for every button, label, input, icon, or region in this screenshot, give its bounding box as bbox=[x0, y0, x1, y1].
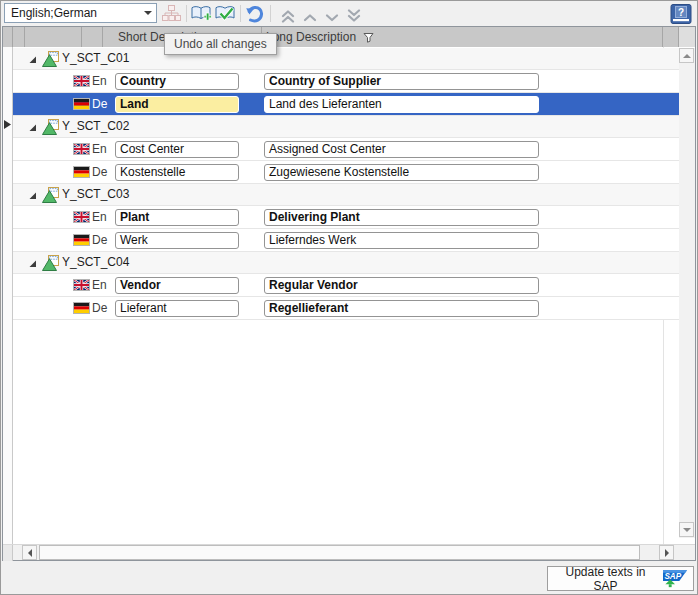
language-code: En bbox=[92, 274, 107, 296]
header-corner-cell bbox=[3, 27, 13, 47]
language-code: De bbox=[92, 161, 107, 183]
language-code: De bbox=[92, 297, 107, 319]
long-description-input[interactable]: Country of Supplier bbox=[264, 73, 539, 90]
long-description-input[interactable]: Land des Lieferanten bbox=[264, 96, 539, 113]
group-key-label: Y_SCT_C02 bbox=[62, 116, 129, 137]
group-row-y-sct-c02[interactable]: Y_SCT_C02 bbox=[13, 116, 679, 138]
translation-row-de[interactable]: De Lieferant Regellieferant bbox=[13, 297, 679, 320]
translation-row-en[interactable]: En Cost Center Assigned Cost Center bbox=[13, 138, 679, 161]
undo-all-button[interactable] bbox=[244, 4, 266, 23]
toolbar-separator bbox=[240, 5, 241, 22]
language-code: En bbox=[92, 138, 107, 160]
uk-flag-icon bbox=[74, 280, 89, 290]
long-description-input[interactable]: Regular Vendor bbox=[264, 277, 539, 294]
update-texts-label: Update texts in SAP bbox=[554, 565, 657, 593]
navigate-first-button[interactable] bbox=[277, 6, 299, 25]
triangle-up-icon bbox=[683, 54, 691, 58]
chevron-down-icon bbox=[325, 13, 339, 22]
long-description-input[interactable]: Zugewiesene Kostenstelle bbox=[264, 164, 539, 181]
hierarchy-button[interactable] bbox=[160, 4, 182, 23]
long-description-input[interactable]: Delivering Plant bbox=[264, 209, 539, 226]
group-row-y-sct-c04[interactable]: Y_SCT_C04 bbox=[13, 252, 679, 274]
expand-collapse-icon[interactable] bbox=[28, 191, 37, 200]
scroll-right-button[interactable] bbox=[659, 545, 674, 560]
germany-flag-icon bbox=[74, 235, 89, 245]
translation-row-de[interactable]: De Werk Lieferndes Werk bbox=[13, 229, 679, 252]
header-filler-cell bbox=[663, 27, 679, 47]
tooltip-text: Undo all changes bbox=[174, 37, 267, 51]
translation-row-de[interactable]: De Land Land des Lieferanten bbox=[13, 93, 679, 116]
long-description-input[interactable]: Lieferndes Werk bbox=[264, 232, 539, 249]
header-empty-cell bbox=[82, 27, 103, 47]
uk-flag-icon bbox=[74, 212, 89, 222]
horizontal-scroll-thumb[interactable] bbox=[39, 545, 640, 560]
language-code: En bbox=[92, 206, 107, 228]
update-texts-button[interactable]: Update texts in SAP SAP bbox=[547, 566, 694, 591]
header-empty-cell bbox=[13, 27, 25, 47]
undo-icon bbox=[245, 5, 265, 23]
toolbar-separator bbox=[270, 5, 271, 22]
long-description-input[interactable]: Assigned Cost Center bbox=[264, 141, 539, 158]
hierarchy-icon bbox=[162, 5, 181, 22]
short-description-input[interactable]: Plant bbox=[115, 209, 239, 226]
sap-upload-icon: SAP bbox=[663, 570, 687, 588]
scroll-left-button[interactable] bbox=[22, 545, 37, 560]
help-button[interactable]: ? bbox=[669, 3, 693, 24]
group-row-y-sct-c01[interactable]: Y_SCT_C01 bbox=[13, 48, 679, 70]
short-description-input[interactable]: Cost Center bbox=[115, 141, 239, 158]
translation-tool-window: English;German bbox=[0, 0, 698, 595]
expand-collapse-icon[interactable] bbox=[28, 259, 37, 268]
toolbar: English;German bbox=[1, 1, 697, 26]
translation-grid-panel: Short Description Long Description bbox=[2, 26, 696, 561]
chevron-up-icon bbox=[303, 13, 317, 22]
tooltip: Undo all changes bbox=[164, 33, 277, 55]
germany-flag-icon bbox=[74, 303, 89, 313]
horizontal-scrollbar[interactable] bbox=[3, 544, 695, 560]
sap-logo-text: SAP bbox=[664, 571, 681, 580]
language-dropdown-value: English;German bbox=[5, 6, 140, 20]
group-key-label: Y_SCT_C01 bbox=[62, 48, 129, 69]
language-dropdown[interactable]: English;German bbox=[4, 3, 157, 23]
column-header-long-description[interactable]: Long Description bbox=[262, 27, 663, 47]
translation-row-de[interactable]: De Kostenstelle Zugewiesene Kostenstelle bbox=[13, 161, 679, 184]
translation-row-en[interactable]: En Country Country of Supplier bbox=[13, 70, 679, 93]
short-description-input[interactable]: Land bbox=[115, 96, 239, 113]
navigate-next-button[interactable] bbox=[321, 8, 343, 27]
navigate-last-button[interactable] bbox=[343, 6, 365, 25]
short-description-input[interactable]: Country bbox=[115, 73, 239, 90]
uk-flag-icon bbox=[74, 144, 89, 154]
header-scroll-corner bbox=[679, 27, 695, 47]
triangle-right-icon bbox=[665, 549, 669, 557]
toolbar-separator bbox=[186, 5, 187, 22]
help-glyph: ? bbox=[678, 6, 684, 17]
current-row-marker-icon bbox=[4, 120, 11, 129]
row-header-gutter bbox=[3, 47, 13, 544]
translation-row-en[interactable]: En Vendor Regular Vendor bbox=[13, 274, 679, 297]
language-code: De bbox=[92, 229, 107, 251]
short-description-input[interactable]: Werk bbox=[115, 232, 239, 249]
chevron-down-icon[interactable] bbox=[140, 4, 156, 22]
filter-icon[interactable] bbox=[363, 32, 374, 43]
short-description-input[interactable]: Lieferant bbox=[115, 300, 239, 317]
scroll-up-button[interactable] bbox=[679, 48, 694, 63]
dictionary-check-button[interactable] bbox=[214, 4, 236, 23]
triangle-down-icon bbox=[683, 528, 691, 532]
expand-collapse-icon[interactable] bbox=[28, 123, 37, 132]
long-description-input[interactable]: Regellieferant bbox=[264, 300, 539, 317]
triangle-left-icon bbox=[28, 549, 32, 557]
vertical-scrollbar[interactable] bbox=[679, 48, 695, 538]
dictionary-check-icon bbox=[215, 5, 236, 22]
rows-container: Y_SCT_C01 En Country Country of Supplier… bbox=[13, 48, 679, 320]
translation-row-en[interactable]: En Plant Delivering Plant bbox=[13, 206, 679, 229]
short-description-input[interactable]: Vendor bbox=[115, 277, 239, 294]
group-row-y-sct-c03[interactable]: Y_SCT_C03 bbox=[13, 184, 679, 206]
grid-body: Y_SCT_C01 En Country Country of Supplier… bbox=[3, 47, 695, 544]
dictionary-add-icon bbox=[191, 5, 212, 22]
scroll-down-button[interactable] bbox=[679, 522, 694, 537]
navigate-previous-button[interactable] bbox=[299, 8, 321, 27]
dictionary-add-button[interactable] bbox=[190, 4, 212, 23]
expand-collapse-icon[interactable] bbox=[28, 55, 37, 64]
chevron-double-down-icon bbox=[347, 9, 361, 23]
structure-icon bbox=[42, 255, 59, 271]
short-description-input[interactable]: Kostenstelle bbox=[115, 164, 239, 181]
